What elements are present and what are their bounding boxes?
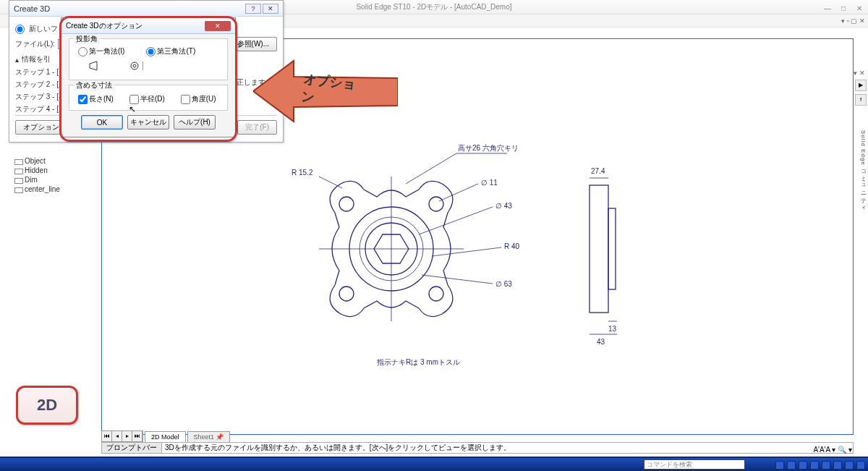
group-projection-title: 投影角: [74, 34, 100, 44]
dim-r152: R 15.2: [292, 169, 313, 177]
tray-icon[interactable]: [845, 461, 854, 470]
annotation-arrow-label: オプション: [301, 71, 368, 112]
options-titlebar[interactable]: Create 3Dのオプション ✕: [61, 18, 235, 34]
taskbar: コマンドを検索: [0, 457, 868, 471]
prompt-text[interactable]: 3Dを作成する元のファイルを識別するか、あるいは開きます。[次へ]をクリックして…: [162, 442, 854, 454]
chk-radius[interactable]: 半径(D): [129, 94, 165, 104]
new-file-radio[interactable]: [15, 25, 25, 34]
system-tray[interactable]: [775, 461, 865, 470]
dim-d63: ∅ 63: [495, 280, 512, 288]
svg-point-4: [339, 197, 354, 211]
prompt-label: プロンプトバー: [101, 442, 162, 454]
svg-point-25: [131, 62, 138, 69]
wizard-close-icon[interactable]: ✕: [263, 4, 278, 14]
group-dims-title: 含める寸法: [74, 80, 114, 90]
side-panel-label[interactable]: Solid Edgeコミュニティ: [859, 130, 867, 209]
options-close-icon[interactable]: ✕: [205, 21, 231, 31]
tree-item[interactable]: center_line: [14, 184, 94, 194]
cancel-button[interactable]: キャンセル: [127, 115, 169, 130]
tab-2d-model[interactable]: 2D Model: [145, 431, 186, 442]
svg-point-5: [429, 197, 443, 211]
svg-line-13: [439, 184, 478, 201]
side-tab-facebook-icon[interactable]: f: [855, 94, 867, 106]
side-tab-youtube-icon[interactable]: ▶: [855, 80, 867, 91]
info-toggle-icon[interactable]: ▴: [15, 56, 19, 64]
first-angle-icon: [88, 61, 101, 74]
projection-icons: [88, 61, 221, 74]
note-bottom: 指示ナキRは 3 mmトスル: [376, 358, 460, 366]
svg-line-12: [319, 177, 342, 188]
browse-button[interactable]: 参照(W)...: [229, 37, 277, 51]
maximize-icon[interactable]: □: [838, 1, 849, 16]
right-side-tabs: ▶ f: [855, 80, 867, 106]
tree-item[interactable]: Dim: [14, 175, 94, 184]
svg-marker-22: [90, 61, 97, 70]
tree-item[interactable]: Object: [14, 156, 94, 166]
svg-line-14: [419, 207, 493, 234]
tray-icon[interactable]: [799, 461, 807, 470]
tray-icon[interactable]: [810, 461, 819, 470]
annotation-arrow: オプション: [253, 56, 398, 126]
first-angle-radio[interactable]: 第一角法(I): [78, 46, 124, 56]
dim-d43: ∅ 43: [495, 202, 512, 210]
drawing-content: 高サ26 六角穴キリ R 15.2 ∅ 11 ∅ 43 R 40 ∅ 63 指示…: [290, 140, 724, 386]
prompt-bar: プロンプトバー 3Dを作成する元のファイルを識別するか、あるいは開きます。[次へ…: [101, 442, 854, 454]
chk-angle[interactable]: 角度(U): [181, 94, 216, 104]
tray-icon[interactable]: [822, 461, 830, 470]
minimize-icon[interactable]: —: [822, 1, 833, 16]
layer-tree[interactable]: Object Hidden Dim center_line: [14, 156, 94, 194]
menu-right-cluster[interactable]: ▾ ▫ ▢ ✕: [841, 17, 865, 25]
dim-note-top: 高サ26 六角穴キリ: [458, 144, 519, 152]
app-title-text: Solid Edge ST10 - 2Dモデル - [AutoCAD_Demo]: [356, 3, 511, 11]
svg-point-26: [133, 64, 136, 67]
svg-line-10: [406, 153, 456, 184]
wizard-help-icon[interactable]: ?: [245, 4, 261, 14]
svg-rect-18: [608, 208, 616, 289]
third-angle-icon: [130, 61, 143, 74]
chk-length[interactable]: 長さ(N): [78, 94, 114, 104]
tray-icon[interactable]: [856, 461, 865, 470]
options-dialog: Create 3Dのオプション ✕ 投影角 第一角法(I) 第三角法(T) 含め…: [61, 17, 236, 137]
dim-274: 27.4: [591, 167, 605, 175]
tray-icon[interactable]: [833, 461, 842, 470]
dim-r40: R 40: [504, 242, 520, 250]
close-icon[interactable]: ✕: [854, 1, 865, 16]
info-label: 情報を引: [22, 54, 51, 64]
command-search[interactable]: コマンドを検索: [644, 459, 745, 470]
tree-item[interactable]: Hidden: [14, 166, 94, 175]
tray-icon[interactable]: [787, 461, 796, 470]
wizard-titlebar[interactable]: Create 3D ?✕: [9, 1, 283, 17]
dim-13: 13: [608, 325, 617, 333]
text-scale-control[interactable]: A'A'A ▾ 🔍 ▾: [813, 446, 852, 454]
options-title: Create 3Dのオプション: [66, 21, 142, 31]
sheet-tabs: ⏮◂▸⏭ 2D Model Sheet1📌: [101, 430, 230, 442]
file-label: ファイル(L):: [15, 39, 55, 49]
third-angle-radio[interactable]: 第三角法(T): [146, 46, 195, 56]
svg-line-16: [422, 275, 493, 284]
svg-rect-17: [590, 185, 608, 313]
dim-43: 43: [597, 338, 605, 346]
wizard-title: Create 3D: [14, 4, 50, 13]
tab-sheet1[interactable]: Sheet1📌: [187, 431, 231, 442]
svg-point-6: [339, 287, 354, 301]
badge-2d: 2D: [16, 386, 78, 425]
svg-point-7: [429, 287, 443, 301]
sheet-nav[interactable]: ⏮◂▸⏭: [101, 430, 143, 442]
help-button[interactable]: ヘルプ(H): [174, 115, 216, 130]
tray-icon[interactable]: [775, 461, 784, 470]
ok-button[interactable]: OK: [81, 115, 123, 130]
window-controls: — □ ✕: [822, 1, 865, 16]
pin-icon[interactable]: 📌: [216, 433, 224, 441]
dim-d11: ∅ 11: [481, 179, 498, 187]
